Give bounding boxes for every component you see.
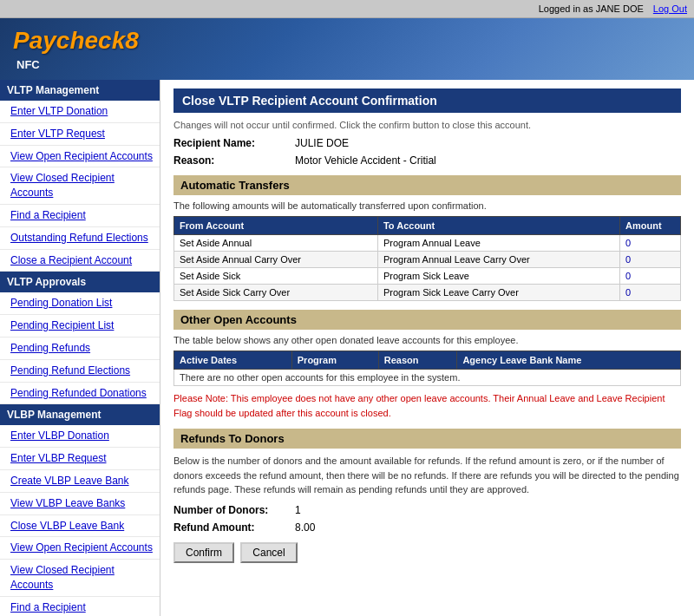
refunds-header: Refunds To Donors xyxy=(174,429,681,449)
sidebar-item-view-open-recipient-accounts-vlbp[interactable]: View Open Recipient Accounts xyxy=(0,537,160,560)
header: Paycheck8 NFC xyxy=(0,18,694,80)
transfer-from: Set Aside Sick xyxy=(174,268,378,285)
other-accounts-header: Other Open Accounts xyxy=(174,310,681,330)
transfer-to: Program Annual Leave Carry Over xyxy=(377,252,619,268)
logo-name: Paycheck xyxy=(13,27,125,54)
transfer-row: Set Aside Sick Program Sick Leave 0 xyxy=(174,268,681,285)
sidebar-item-view-vlbp-leave-banks[interactable]: View VLBP Leave Banks xyxy=(0,493,160,515)
auto-transfers-note: The following amounts will be automatica… xyxy=(174,200,681,211)
sidebar-item-find-recipient-vlbp[interactable]: Find a Recipient xyxy=(0,597,160,616)
subtitle-note: Changes will not occur until confirmed. … xyxy=(174,120,681,130)
vlbp-section-header: VLBP Management xyxy=(0,404,160,425)
sidebar-item-outstanding-refund-elections[interactable]: Outstanding Refund Elections xyxy=(0,227,160,250)
cancel-button[interactable]: Cancel xyxy=(240,542,297,563)
logged-in-text: Logged in as JANE DOE xyxy=(539,3,644,14)
sidebar-item-enter-vltp-donation[interactable]: Enter VLTP Donation xyxy=(0,101,160,123)
sidebar-item-find-recipient[interactable]: Find a Recipient xyxy=(0,205,160,227)
col-agency-leave-bank: Agency Leave Bank Name xyxy=(457,351,681,370)
logout-link[interactable]: Log Out xyxy=(653,3,687,14)
transfer-amount: 0 xyxy=(620,285,681,301)
sidebar-item-pending-donation-list[interactable]: Pending Donation List xyxy=(0,292,160,315)
transfer-row: Set Aside Annual Program Annual Leave 0 xyxy=(174,235,681,252)
recipient-label: Recipient Name: xyxy=(174,137,295,149)
donors-value: 1 xyxy=(295,504,301,516)
top-bar: Logged in as JANE DOE Log Out xyxy=(0,0,694,18)
sidebar-item-close-recipient-account[interactable]: Close a Recipient Account xyxy=(0,250,160,272)
other-accounts-empty-msg: There are no other open accounts for thi… xyxy=(174,370,681,386)
col-to-account: To Account xyxy=(377,217,619,235)
transfer-to: Program Annual Leave xyxy=(377,235,619,252)
layout: VLTP Management Enter VLTP Donation Ente… xyxy=(0,80,694,616)
transfer-from: Set Aside Annual Carry Over xyxy=(174,252,378,268)
sidebar-item-view-open-recipient-accounts[interactable]: View Open Recipient Accounts xyxy=(0,146,160,168)
refund-amount-row: Refund Amount: 8.00 xyxy=(174,521,681,534)
other-accounts-empty-row: There are no other open accounts for thi… xyxy=(174,370,681,386)
other-accounts-note: The table below shows any other open don… xyxy=(174,335,681,345)
transfer-to: Program Sick Leave xyxy=(377,268,619,285)
reason-row: Reason: Motor Vehicle Accident - Critial xyxy=(174,154,681,167)
col-reason: Reason xyxy=(378,351,457,370)
donors-label: Number of Donors: xyxy=(174,504,295,516)
sidebar-item-pending-recipient-list[interactable]: Pending Recipient List xyxy=(0,315,160,337)
logo-block: Paycheck8 NFC xyxy=(13,27,139,71)
sidebar-item-enter-vlbp-donation[interactable]: Enter VLBP Donation xyxy=(0,425,160,448)
transfer-row: Set Aside Annual Carry Over Program Annu… xyxy=(174,252,681,268)
auto-transfers-table: From Account To Account Amount Set Aside… xyxy=(174,216,681,301)
donors-row: Number of Donors: 1 xyxy=(174,504,681,516)
transfer-amount: 0 xyxy=(620,268,681,285)
sidebar-item-pending-refunds[interactable]: Pending Refunds xyxy=(0,337,160,360)
other-accounts-table: Active Dates Program Reason Agency Leave… xyxy=(174,351,681,386)
sidebar-item-pending-refund-elections[interactable]: Pending Refund Elections xyxy=(0,360,160,383)
col-from-account: From Account xyxy=(174,217,378,235)
col-program: Program xyxy=(291,351,378,370)
sidebar-item-pending-refunded-donations[interactable]: Pending Refunded Donations xyxy=(0,383,160,405)
auto-transfers-header: Automatic Transfers xyxy=(174,175,681,195)
sidebar-item-create-vlbp-leave-bank[interactable]: Create VLBP Leave Bank xyxy=(0,470,160,493)
confirm-button[interactable]: Confirm xyxy=(174,542,234,563)
sidebar-item-enter-vltp-request[interactable]: Enter VLTP Request xyxy=(0,123,160,146)
transfer-from: Set Aside Sick Carry Over xyxy=(174,285,378,301)
transfer-amount: 0 xyxy=(620,235,681,252)
sidebar-item-enter-vlbp-request[interactable]: Enter VLBP Request xyxy=(0,448,160,470)
transfer-from: Set Aside Annual xyxy=(174,235,378,252)
refund-amount-label: Refund Amount: xyxy=(174,521,295,534)
refund-amount-value: 8.00 xyxy=(295,521,315,534)
main-content: Close VLTP Recipient Account Confirmatio… xyxy=(160,80,694,616)
vltp-approvals-header: VLTP Approvals xyxy=(0,272,160,292)
reason-label: Reason: xyxy=(174,154,295,167)
sidebar-item-view-closed-recipient-accounts[interactable]: View Closed Recipient Accounts xyxy=(0,167,160,205)
please-note: Please Note: This employee does not have… xyxy=(174,391,681,420)
reason-value: Motor Vehicle Accident - Critial xyxy=(295,154,436,167)
sidebar-item-close-vlbp-leave-bank[interactable]: Close VLBP Leave Bank xyxy=(0,515,160,538)
sidebar: VLTP Management Enter VLTP Donation Ente… xyxy=(0,80,160,616)
vltp-section-header: VLTP Management xyxy=(0,80,160,101)
page-title: Close VLTP Recipient Account Confirmatio… xyxy=(174,88,681,113)
button-row: Confirm Cancel xyxy=(174,542,681,563)
col-amount: Amount xyxy=(620,217,681,235)
refund-note: Below is the number of donors and the am… xyxy=(174,454,681,497)
recipient-row: Recipient Name: JULIE DOE xyxy=(174,137,681,149)
logo: Paycheck8 xyxy=(13,27,139,55)
logo-sub: NFC xyxy=(16,58,139,71)
col-active-dates: Active Dates xyxy=(174,351,292,370)
transfer-to: Program Sick Leave Carry Over xyxy=(377,285,619,301)
recipient-value: JULIE DOE xyxy=(295,137,349,149)
logo-number: 8 xyxy=(125,27,139,54)
transfer-amount: 0 xyxy=(620,252,681,268)
sidebar-item-view-closed-recipient-accounts-vlbp[interactable]: View Closed Recipient Accounts xyxy=(0,560,160,597)
transfer-row: Set Aside Sick Carry Over Program Sick L… xyxy=(174,285,681,301)
